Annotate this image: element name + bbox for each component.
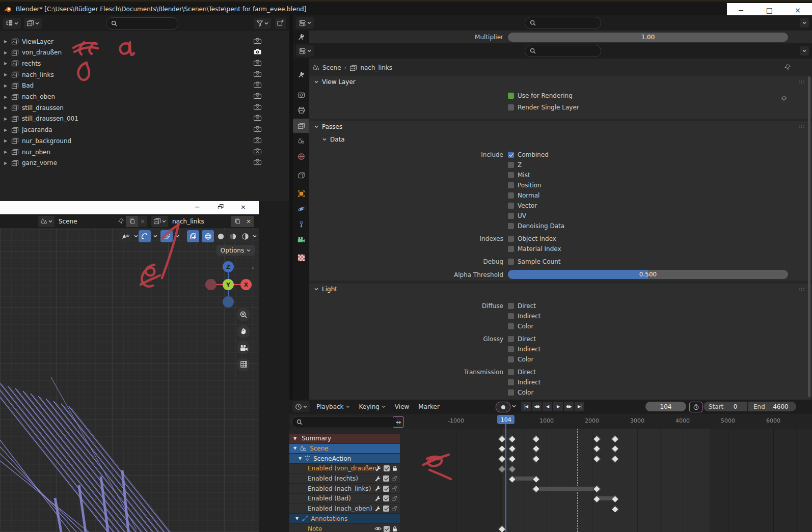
menu-marker[interactable]: Marker xyxy=(414,400,444,414)
outliner-item-label[interactable]: Jacaranda xyxy=(22,126,52,133)
checkbox-indirect[interactable] xyxy=(508,346,514,352)
nav-tab-output[interactable] xyxy=(293,103,309,117)
outliner-item-label[interactable]: still_draussen xyxy=(22,104,64,111)
prev-keyframe-button[interactable]: ◀◆ xyxy=(532,402,542,411)
close-button[interactable]: × xyxy=(789,6,806,14)
play-button[interactable]: ▶ xyxy=(553,402,563,411)
passes-panel-header[interactable]: Passes xyxy=(309,121,812,132)
checkbox-indirect[interactable] xyxy=(508,313,514,319)
start-frame-field[interactable]: Start0 xyxy=(703,402,747,411)
nav-tab-scene[interactable] xyxy=(293,134,309,148)
current-frame-line[interactable] xyxy=(505,424,506,532)
expand-arrow-icon[interactable]: ▶ xyxy=(4,161,11,165)
checkbox-mist[interactable] xyxy=(508,172,514,178)
keyframe-diamond[interactable] xyxy=(611,445,619,453)
gizmo-negz-ball[interactable] xyxy=(223,296,234,307)
expand-arrow-icon[interactable]: ▶ xyxy=(4,39,11,44)
timeline-editor-type-button[interactable] xyxy=(292,401,310,412)
overlays-button[interactable] xyxy=(160,230,173,242)
outliner-item-label[interactable]: nur_background xyxy=(22,137,71,145)
render-toggle-enabled[interactable] xyxy=(253,48,262,57)
header-collapse-button[interactable] xyxy=(800,46,809,55)
expand-arrow-icon[interactable]: ▶ xyxy=(4,138,11,143)
chevron-down-icon[interactable] xyxy=(512,405,516,408)
menu-playback[interactable]: Playback xyxy=(312,400,355,414)
dopesheet-tracks[interactable] xyxy=(400,429,812,532)
render-toggle-disabled[interactable] xyxy=(253,71,262,79)
channel-enabled-nach-links-[interactable]: Enabled (nach_links) xyxy=(289,484,400,494)
nav-tab-tool[interactable] xyxy=(293,68,309,82)
render-toggle-disabled[interactable] xyxy=(253,137,262,145)
menu-view[interactable]: View xyxy=(390,400,414,414)
pan-hand-button[interactable] xyxy=(237,325,250,338)
channel-enable-checkbox[interactable] xyxy=(384,526,390,532)
channel-enable-checkbox[interactable] xyxy=(383,495,389,501)
channel-note[interactable]: Note xyxy=(289,524,400,532)
viewport-3d[interactable]: Options Z X Y ‹ xyxy=(0,228,259,532)
expand-arrow-icon[interactable]: ▶ xyxy=(4,128,11,132)
shading-rendered-button[interactable] xyxy=(239,230,251,242)
checkbox-z[interactable] xyxy=(508,162,514,168)
keyframe-diamond[interactable] xyxy=(532,435,540,443)
channel-search-input[interactable] xyxy=(291,416,398,428)
channel-annotations[interactable]: ▼Annotations xyxy=(289,514,400,524)
drivers-editor-type-button[interactable] xyxy=(296,17,314,29)
outliner-item-label[interactable]: nur_oben xyxy=(22,149,50,156)
camera-view-button[interactable] xyxy=(237,341,250,354)
collapse-triangle-icon[interactable]: ▼ xyxy=(299,456,302,461)
checkbox-use-for-rendering[interactable] xyxy=(508,93,514,99)
gizmos-dropdown[interactable] xyxy=(152,230,158,242)
checkbox-render-single-layer[interactable] xyxy=(508,104,514,110)
render-toggle-disabled[interactable] xyxy=(253,60,262,68)
expand-arrow-icon[interactable]: ▶ xyxy=(4,50,11,55)
outliner-item-label[interactable]: Bad xyxy=(22,82,34,89)
nav-tab-object-data[interactable] xyxy=(293,232,309,246)
expand-collapse-button[interactable]: ↔ xyxy=(393,416,404,428)
pin-icon[interactable] xyxy=(118,218,124,225)
render-toggle-disabled[interactable] xyxy=(253,81,262,90)
gizmo-y-ball[interactable]: Y xyxy=(223,279,234,290)
nav-tab-collection[interactable] xyxy=(293,168,309,182)
outliner-editor-type-button[interactable] xyxy=(3,18,21,29)
properties-scrollbar[interactable] xyxy=(808,76,810,397)
expand-arrow-icon[interactable]: ▶ xyxy=(4,61,11,66)
drag-grip-icon[interactable] xyxy=(798,287,805,291)
expand-arrow-icon[interactable]: ▶ xyxy=(4,117,11,121)
alpha-threshold-slider[interactable]: 0.500 xyxy=(508,270,788,279)
gizmos-button[interactable] xyxy=(139,230,151,242)
current-frame-pill[interactable]: 104 xyxy=(497,415,515,424)
checkbox-object-index[interactable] xyxy=(508,236,514,242)
auto-keying-record-button[interactable] xyxy=(496,402,510,412)
breadcrumb-scene[interactable]: Scene xyxy=(322,64,341,71)
checkbox-material-index[interactable] xyxy=(508,246,514,252)
view-layer-name[interactable]: nach_links xyxy=(168,216,231,227)
nav-tab-physics[interactable] xyxy=(293,202,309,216)
channel-enable-checkbox[interactable] xyxy=(383,486,389,492)
sidebar-collapse-arrow[interactable]: ‹ xyxy=(252,265,254,271)
channel-enable-checkbox[interactable] xyxy=(384,465,390,471)
drivers-search-input[interactable] xyxy=(525,17,601,29)
zoom-button[interactable] xyxy=(237,308,250,321)
outliner-filter-button[interactable] xyxy=(254,18,271,29)
nav-tab-constraint[interactable] xyxy=(293,217,309,231)
render-toggle-disabled[interactable] xyxy=(253,38,262,46)
collapse-triangle-icon[interactable]: ▼ xyxy=(293,446,296,451)
outliner-item-label[interactable]: nach_links xyxy=(22,71,54,78)
toggle-grid-view-button[interactable] xyxy=(237,358,250,371)
keyframe-diamond[interactable] xyxy=(508,455,517,463)
keyframe-diamond[interactable] xyxy=(532,455,540,463)
collapse-triangle-icon[interactable]: ▼ xyxy=(293,436,296,441)
checkbox-denoising-data[interactable] xyxy=(508,223,514,229)
scene-name[interactable]: Scene xyxy=(55,216,116,227)
outliner-display-mode-button[interactable] xyxy=(24,18,42,29)
drag-grip-icon[interactable] xyxy=(798,125,805,129)
expand-arrow-icon[interactable]: ▶ xyxy=(4,150,11,154)
checkbox-normal[interactable] xyxy=(508,192,514,199)
checkbox-direct[interactable] xyxy=(508,336,514,342)
render-toggle-disabled[interactable] xyxy=(253,126,262,134)
channel-enabled-nach-oben-[interactable]: Enabled (nach_oben) xyxy=(289,504,400,514)
play-reverse-button[interactable]: ◀ xyxy=(543,402,552,411)
outliner-item-label[interactable]: ViewLayer xyxy=(22,38,53,45)
data-subpanel-header[interactable]: Data xyxy=(309,134,812,145)
channel-summary[interactable]: ▼Summary xyxy=(289,434,400,443)
